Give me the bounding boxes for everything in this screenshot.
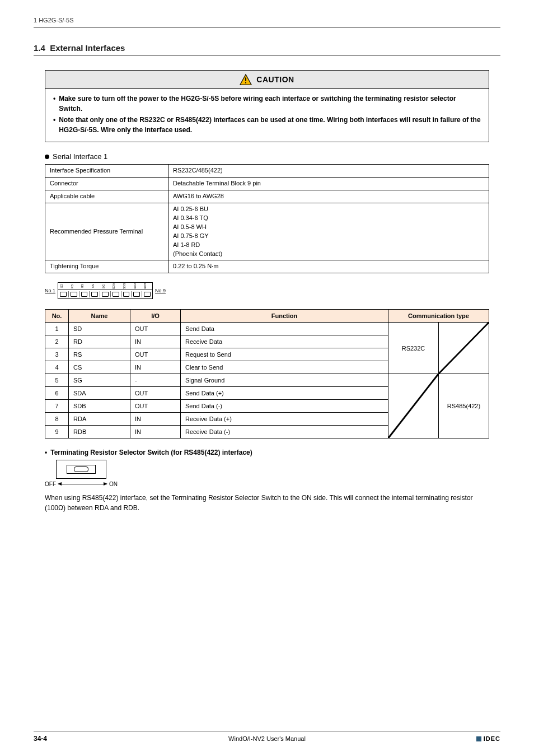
cell-no: 9 bbox=[45, 426, 69, 438]
cell-function: Signal Ground bbox=[181, 374, 388, 387]
cell-name: SDB bbox=[69, 400, 130, 413]
spec-table: Interface Specification RS232C/485(422) … bbox=[45, 164, 489, 273]
spec-value: RS232C/485(422) bbox=[168, 165, 489, 178]
caution-item: Make sure to turn off the power to the H… bbox=[53, 94, 481, 114]
bullet-icon bbox=[45, 155, 49, 159]
footer-title: WindO/I-NV2 User's Manual bbox=[228, 735, 306, 742]
cell-no: 6 bbox=[45, 387, 69, 400]
svg-rect-2 bbox=[245, 82, 246, 83]
cell-name: CS bbox=[69, 361, 130, 374]
spec-value: 0.22 to 0.25 N·m bbox=[168, 260, 489, 273]
cell-function: Receive Data bbox=[181, 335, 388, 348]
cell-no: 8 bbox=[45, 413, 69, 426]
cell-name: SDA bbox=[69, 387, 130, 400]
cell-io: IN bbox=[130, 426, 181, 438]
cell-name: RDA bbox=[69, 413, 130, 426]
double-arrow-icon bbox=[58, 484, 107, 484]
spec-value: Detachable Terminal Block 9 pin bbox=[168, 177, 489, 190]
cell-name: RDB bbox=[69, 426, 130, 438]
caution-header: CAUTION bbox=[45, 71, 489, 89]
cell-name: SG bbox=[69, 374, 130, 387]
cell-io: OUT bbox=[130, 387, 181, 400]
spec-label: Connector bbox=[45, 177, 168, 190]
cell-function: Receive Data (-) bbox=[181, 426, 388, 438]
brand-logo: IDEC bbox=[476, 735, 500, 742]
table-row: 1 SD OUT Send Data RS232C bbox=[45, 323, 489, 335]
spec-label: Interface Specification bbox=[45, 165, 168, 178]
cell-name: SD bbox=[69, 323, 130, 335]
cell-name: RS bbox=[69, 348, 130, 361]
table-row: 5 SG - Signal Ground RS485(422) bbox=[45, 374, 489, 387]
brand-text: IDEC bbox=[484, 735, 500, 742]
svg-line-3 bbox=[439, 323, 489, 374]
terminal-block: SDRDRSCSSGSDASDBRDARDB bbox=[58, 282, 153, 299]
signal-table: No. Name I/O Function Communication type… bbox=[45, 309, 489, 438]
terminal-block-figure: No.1 SDRDRSCSSGSDASDBRDARDB No.9 bbox=[45, 281, 489, 300]
spec-label: Applicable cable bbox=[45, 190, 168, 203]
caution-item: Note that only one of the RS232C or RS48… bbox=[53, 115, 481, 135]
section-rule bbox=[34, 55, 500, 55]
table-header-row: No. Name I/O Function Communication type bbox=[45, 310, 489, 323]
pin-no9-label: No.9 bbox=[155, 288, 166, 293]
switch-on-label: ON bbox=[109, 481, 118, 487]
table-row: Interface Specification RS232C/485(422) bbox=[45, 165, 489, 178]
comm-split-top bbox=[439, 323, 489, 374]
brand-square-icon bbox=[476, 736, 481, 741]
cell-io: OUT bbox=[130, 400, 181, 413]
comm-rs485-cell: RS485(422) bbox=[439, 374, 489, 438]
cell-function: Send Data (+) bbox=[181, 387, 388, 400]
cell-io: IN bbox=[130, 361, 181, 374]
switch-slider bbox=[67, 465, 96, 474]
cell-function: Request to Send bbox=[181, 348, 388, 361]
switch-labels-row: OFF ON bbox=[45, 481, 118, 487]
page-footer: 34-4 WindO/I-NV2 User's Manual IDEC bbox=[34, 731, 500, 743]
cell-io: - bbox=[130, 374, 181, 387]
col-no-header: No. bbox=[45, 310, 69, 323]
table-row: Tightening Torque 0.22 to 0.25 N·m bbox=[45, 260, 489, 273]
cell-name: RD bbox=[69, 335, 130, 348]
pin-no1-label: No.1 bbox=[45, 288, 55, 293]
serial-interface-heading: Serial Interface 1 bbox=[45, 152, 489, 161]
cell-io: IN bbox=[130, 413, 181, 426]
cell-no: 2 bbox=[45, 335, 69, 348]
switch-off-label: OFF bbox=[45, 481, 56, 487]
caution-label: CAUTION bbox=[256, 75, 294, 84]
cell-function: Clear to Send bbox=[181, 361, 388, 374]
svg-rect-1 bbox=[245, 77, 246, 81]
section-heading: 1.4 External Interfaces bbox=[34, 43, 500, 53]
cell-no: 1 bbox=[45, 323, 69, 335]
col-name-header: Name bbox=[69, 310, 130, 323]
spec-label: Tightening Torque bbox=[45, 260, 168, 273]
caution-body: Make sure to turn off the power to the H… bbox=[45, 89, 489, 142]
table-row: Recommended Pressure Terminal AI 0.25-6 … bbox=[45, 203, 489, 260]
table-row: Connector Detachable Terminal Block 9 pi… bbox=[45, 177, 489, 190]
page-header: 1 HG2G-S/-5S bbox=[34, 17, 500, 24]
spec-value: AI 0.25-6 BUAI 0.34-6 TQAI 0.5-8 WHAI 0.… bbox=[168, 203, 489, 260]
spec-value: AWG16 to AWG28 bbox=[168, 190, 489, 203]
section-title: External Interfaces bbox=[50, 43, 125, 53]
switch-figure: OFF ON bbox=[45, 460, 118, 487]
header-rule bbox=[34, 27, 500, 27]
warning-icon bbox=[240, 74, 252, 85]
serial-interface-label: Serial Interface 1 bbox=[53, 152, 107, 161]
col-io-header: I/O bbox=[130, 310, 181, 323]
cell-function: Receive Data (+) bbox=[181, 413, 388, 426]
caution-box: CAUTION Make sure to turn off the power … bbox=[45, 70, 489, 142]
spec-label: Recommended Pressure Terminal bbox=[45, 203, 168, 260]
cell-io: OUT bbox=[130, 348, 181, 361]
cell-function: Send Data (-) bbox=[181, 400, 388, 413]
cell-no: 4 bbox=[45, 361, 69, 374]
col-function-header: Function bbox=[181, 310, 388, 323]
section-number: 1.4 bbox=[34, 43, 45, 53]
svg-line-4 bbox=[388, 374, 438, 438]
cell-no: 5 bbox=[45, 374, 69, 387]
term-switch-heading: Terminating Resistor Selector Switch (fo… bbox=[45, 449, 489, 456]
cell-no: 7 bbox=[45, 400, 69, 413]
cell-io: IN bbox=[130, 335, 181, 348]
comm-rs232c-cell: RS232C bbox=[388, 323, 439, 374]
switch-outer-box bbox=[56, 460, 106, 479]
col-comm-header: Communication type bbox=[388, 310, 489, 323]
cell-io: OUT bbox=[130, 323, 181, 335]
comm-split-bottom bbox=[388, 374, 439, 438]
cell-function: Send Data bbox=[181, 323, 388, 335]
